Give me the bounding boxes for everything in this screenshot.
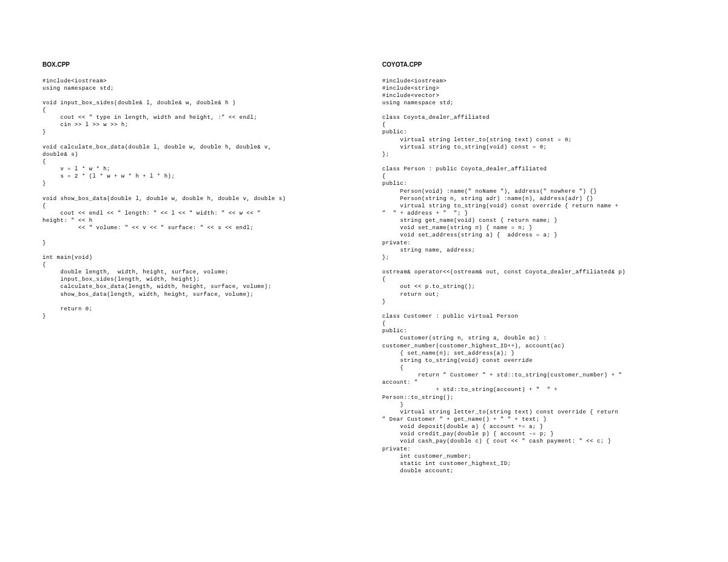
right-column: COYOTA.CPP #include<iostream> #include<s…	[382, 61, 686, 538]
left-code: #include<iostream> using namespace std; …	[42, 78, 346, 321]
right-file-title: COYOTA.CPP	[382, 61, 686, 69]
right-code: #include<iostream> #include<string> #inc…	[382, 78, 686, 475]
left-file-title: BOX.CPP	[42, 61, 346, 69]
left-column: BOX.CPP #include<iostream> using namespa…	[42, 61, 346, 538]
